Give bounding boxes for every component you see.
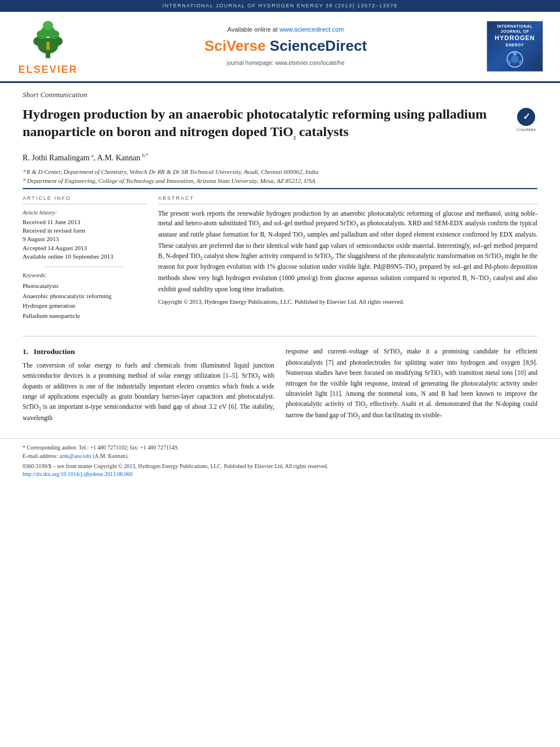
journal-homepage: journal homepage: www.elsevier.com/locat… [90,59,481,67]
introduction-title: 1. Introduction [23,347,274,357]
revised-date: 9 August 2013 [23,235,147,243]
svg-point-14 [507,60,511,64]
article-history: Article history: Received 11 June 2013 R… [23,209,147,261]
keyword-2: Anaerobic photocatalytic reforming [23,292,147,300]
sciverse-sd: ScienceDirect [270,37,367,54]
revised-label: Received in revised form [23,226,147,235]
journal-banner: INTERNATIONAL JOURNAL OF HYDROGEN ENERGY… [0,0,560,12]
article-type: Short Communication [0,83,560,102]
svg-rect-9 [46,45,50,50]
abstract-column: ABSTRACT The present work reports the re… [158,195,537,326]
body-content: 1. Introduction The conversion of solar … [0,341,560,433]
accepted-date: Accepted 14 August 2013 [23,244,147,252]
abstract-text: The present work reports the renewable h… [158,209,537,307]
keyword-3: Hydrogen generation [23,302,147,310]
crossmark-area: ✓ CrossMark [515,108,537,133]
info-divider [45,267,124,267]
author-email-link[interactable]: amk@asu.edu [59,453,91,459]
introduction-left-text: The conversion of solar energy to fuels … [23,361,274,423]
issn-line: 0360-3199/$ – see front matter Copyright… [23,462,537,470]
section-title-text: Introduction [34,347,75,356]
article-title: Hydrogen production by an anaerobic phot… [23,106,509,141]
elsevier-logo-area: ELSEVIER [11,16,85,77]
journal-cover-area: INTERNATIONAL JOURNAL OF HYDROGEN ENERGY [487,21,549,72]
svg-point-12 [513,51,517,55]
corresponding-author-note: * Corresponding author. Tel.: +1 480 727… [23,443,537,452]
introduction-right-text: response and current–voltage of SrTiO3 m… [286,347,537,421]
copyright-line: Copyright © 2013, Hydrogen Energy Public… [158,298,537,307]
email-note: E-mail address: amk@asu.edu (A.M. Kannan… [23,452,537,460]
history-label: Article history: [23,209,147,217]
sciencedirect-area: Available online at www.sciencedirect.co… [85,25,487,67]
affiliation-a: ᵃ R & D Center, Department of Chemistry,… [23,167,537,177]
sciverse-title: SciVerse ScienceDirect [90,36,481,56]
keyword-4: Palladium nanoparticle [23,312,147,320]
svg-point-13 [519,60,523,64]
abstract-header: ABSTRACT [158,195,537,204]
journal-header: ELSEVIER Available online at www.science… [0,12,560,83]
title-section: Hydrogen production by an anaerobic phot… [0,102,560,149]
keywords-label: Keywords: [23,272,147,279]
article-info-column: ARTICLE INFO Article history: Received 1… [23,195,147,326]
article-info-abstract: ARTICLE INFO Article history: Received 1… [0,189,560,331]
elsevier-tree-icon [25,16,71,62]
crossmark-label: CrossMark [517,127,536,133]
authors-section: R. Jothi Ramalingam a, A.M. Kannan b,* ᵃ… [0,149,560,188]
sciencedirect-url[interactable]: www.sciencedirect.com [279,26,344,33]
available-online-date: Available online 10 September 2013 [23,252,147,261]
elsevier-wordmark: ELSEVIER [18,63,77,77]
journal-cover-image: INTERNATIONAL JOURNAL OF HYDROGEN ENERGY [487,21,543,72]
crossmark-icon: ✓ [517,108,535,126]
section-number: 1. [23,347,28,356]
section-divider [23,336,537,337]
cover-journal-title: INTERNATIONAL JOURNAL OF HYDROGEN ENERGY [495,24,535,47]
doi-link[interactable]: http://dx.doi.org/10.1016/j.ijhydene.201… [23,470,537,478]
keyword-1: Photocatalysts [23,282,147,290]
affiliations: ᵃ R & D Center, Department of Chemistry,… [23,167,537,186]
received-date: Received 11 June 2013 [23,218,147,226]
body-left-column: 1. Introduction The conversion of solar … [23,347,274,427]
body-right-column: response and current–voltage of SrTiO3 m… [286,347,537,427]
article-info-header: ARTICLE INFO [23,195,147,204]
available-online-text: Available online at www.sciencedirect.co… [90,25,481,34]
sciverse-sci: SciVerse [204,37,270,54]
affiliation-b: ᵇ Department of Engineering, College of … [23,176,537,186]
journal-homepage-link[interactable]: journal homepage: www.elsevier.com/locat… [227,60,344,66]
svg-point-7 [43,21,53,30]
cover-decoration-icon [504,50,526,69]
svg-point-11 [511,55,519,63]
svg-point-8 [46,42,50,45]
footnotes-section: * Corresponding author. Tel.: +1 480 727… [0,438,560,483]
keywords-list: Photocatalysts Anaerobic photocatalytic … [23,282,147,320]
keywords-group: Keywords: Photocatalysts Anaerobic photo… [23,272,147,320]
authors-list: R. Jothi Ramalingam a, A.M. Kannan b,* [23,152,537,164]
